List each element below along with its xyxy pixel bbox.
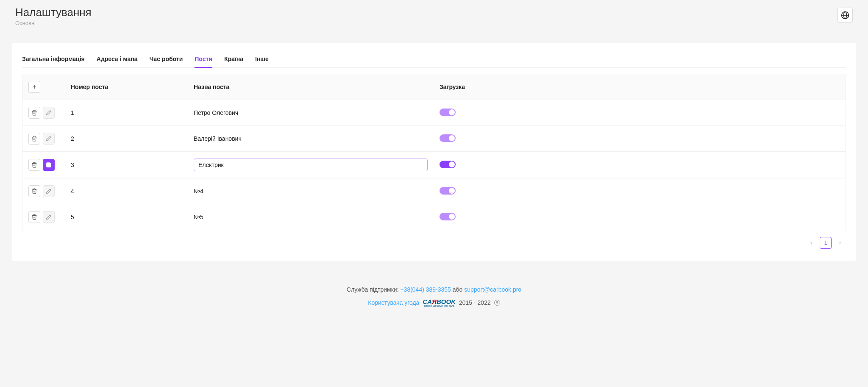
terms-link[interactable]: Користувача угода — [368, 299, 419, 306]
post-name: №4 — [188, 178, 434, 204]
page-subtitle: Основні — [15, 20, 92, 26]
pencil-icon — [46, 188, 52, 194]
load-toggle[interactable] — [440, 134, 456, 142]
globe-icon — [841, 11, 849, 19]
add-post-button[interactable] — [28, 81, 40, 93]
table-row: 5№5 — [22, 204, 846, 230]
page-header: Налаштування Основні — [0, 0, 868, 34]
table-row: 1Петро Олегович — [22, 100, 846, 126]
table-row: 4№4 — [22, 178, 846, 204]
post-number: 5 — [65, 204, 188, 230]
header-actions — [22, 74, 65, 100]
post-number: 2 — [65, 126, 188, 152]
trash-icon — [31, 110, 37, 116]
support-phone-link[interactable]: +38(044) 389-3355 — [400, 286, 451, 293]
page-next-button[interactable] — [834, 237, 846, 249]
delete-button[interactable] — [28, 211, 40, 223]
pagination: 1 — [22, 237, 846, 249]
plus-icon — [31, 84, 37, 90]
tab-posts[interactable]: Пости — [195, 52, 212, 67]
edit-button[interactable] — [43, 107, 55, 119]
table-row: 3 — [22, 152, 846, 178]
tab-hours[interactable]: Час роботи — [150, 52, 183, 67]
page-number-button[interactable]: 1 — [820, 237, 832, 249]
post-name: Петро Олегович — [188, 100, 434, 126]
pencil-icon — [46, 136, 52, 142]
page-title: Налаштування — [15, 6, 92, 19]
post-number: 1 — [65, 100, 188, 126]
delete-button[interactable] — [28, 133, 40, 145]
load-toggle[interactable] — [440, 161, 456, 168]
tab-country[interactable]: Країна — [224, 52, 243, 67]
delete-button[interactable] — [28, 185, 40, 197]
pencil-icon — [46, 214, 52, 220]
save-icon — [46, 162, 52, 168]
save-button[interactable] — [43, 159, 55, 171]
edit-button[interactable] — [43, 133, 55, 145]
delete-button[interactable] — [28, 159, 40, 171]
tab-general[interactable]: Загальна інформація — [22, 52, 85, 67]
chevron-left-icon — [809, 241, 813, 245]
post-name-input[interactable] — [194, 159, 428, 171]
post-name: №5 — [188, 204, 434, 230]
load-toggle[interactable] — [440, 213, 456, 220]
table-row: 2Валерій Іванович — [22, 126, 846, 152]
copyright-years: 2015 - 2022 — [459, 299, 491, 306]
edit-button[interactable] — [43, 211, 55, 223]
settings-card: Загальна інформаціяАдреса і мапаЧас робо… — [12, 43, 856, 261]
post-name: Валерій Іванович — [188, 126, 434, 152]
pencil-icon — [46, 110, 52, 116]
trash-icon — [31, 162, 37, 168]
logo: CAЯBOOK cause we love the cars — [423, 298, 456, 307]
footer: Служба підтримки: +38(044) 389-3355 або … — [0, 269, 868, 316]
delete-button[interactable] — [28, 107, 40, 119]
chevron-right-icon — [838, 241, 842, 245]
load-toggle[interactable] — [440, 109, 456, 116]
support-or: або — [453, 286, 463, 293]
registered-icon: R — [494, 300, 500, 306]
trash-icon — [31, 136, 37, 142]
header-number: Номер поста — [65, 74, 188, 100]
trash-icon — [31, 214, 37, 220]
posts-table: Номер поста Назва поста Загрузка 1Петро … — [22, 74, 846, 230]
support-label: Служба підтримки: — [347, 286, 399, 293]
header-load: Загрузка — [434, 74, 846, 100]
post-number: 3 — [65, 152, 188, 178]
support-email-link[interactable]: support@carbook.pro — [464, 286, 521, 293]
load-toggle[interactable] — [440, 187, 456, 195]
post-number: 4 — [65, 178, 188, 204]
tab-map[interactable]: Адреса і мапа — [97, 52, 138, 67]
page-prev-button[interactable] — [805, 237, 817, 249]
trash-icon — [31, 188, 37, 194]
header-name: Назва поста — [188, 74, 434, 100]
edit-button[interactable] — [43, 185, 55, 197]
language-button[interactable] — [837, 8, 853, 23]
tab-other[interactable]: Інше — [255, 52, 269, 67]
tabs-nav: Загальна інформаціяАдреса і мапаЧас робо… — [22, 52, 846, 68]
